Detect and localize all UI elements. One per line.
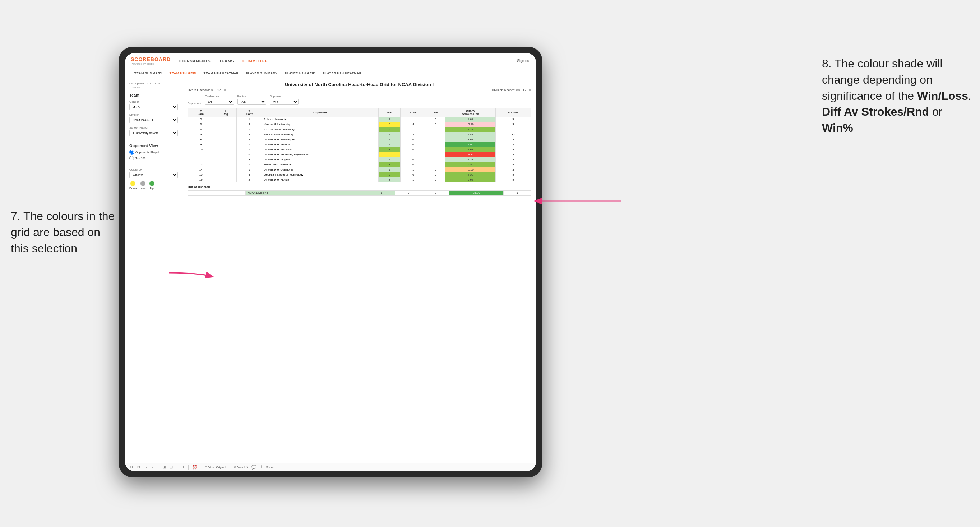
out-div-loss: 0 xyxy=(395,190,422,196)
cell-win: 2 xyxy=(378,117,400,122)
table-row: 4 - 1 Arizona State University 5 1 0 2.2… xyxy=(188,127,531,132)
logo-area: SCOREBOARD Powered by clippd xyxy=(131,56,171,65)
cell-loss: 0 xyxy=(401,142,426,147)
cell-reg: - xyxy=(214,157,237,162)
cell-loss: 2 xyxy=(401,132,426,137)
cell-win: 4 xyxy=(378,132,400,137)
last-updated: Last Updated: 27/03/2024 16:55:38 xyxy=(129,82,178,89)
cell-opponent: University of Arizona xyxy=(262,142,378,147)
cell-opponent: University of Oklahoma xyxy=(262,167,378,172)
clock-icon[interactable]: ⏰ xyxy=(192,465,197,470)
tab-team-h2h-grid[interactable]: TEAM H2H GRID xyxy=(166,69,200,78)
cell-tie: 0 xyxy=(426,167,445,172)
copy-icon[interactable]: ⊞ xyxy=(163,465,166,470)
cell-diff: -4.33 xyxy=(445,152,496,157)
cell-rounds: 3 xyxy=(495,152,531,157)
legend-down-label: Down xyxy=(129,187,137,190)
tab-team-h2h-heatmap[interactable]: TEAM H2H HEATMAP xyxy=(200,69,242,78)
last-updated-label: Last Updated: 27/03/2024 xyxy=(129,82,160,85)
col-rank: #Rank xyxy=(188,108,214,117)
cell-diff: 3.67 xyxy=(445,137,496,142)
division-select[interactable]: NCAA Division I xyxy=(129,117,178,123)
add-icon[interactable]: + xyxy=(182,465,184,469)
legend-up-dot xyxy=(150,181,154,186)
opponent-view-title: Opponent View xyxy=(129,144,178,148)
radio-top-100[interactable]: Top 100 xyxy=(129,156,178,160)
tab-player-h2h-heatmap[interactable]: PLAYER H2H HEATMAP xyxy=(319,69,365,78)
share-btn[interactable]: Share xyxy=(266,466,274,469)
nav-committee[interactable]: COMMITTEE xyxy=(242,59,268,63)
cell-diff: -2.29 xyxy=(445,122,496,127)
opponent-select[interactable]: (All) xyxy=(270,99,299,105)
cell-reg: - xyxy=(214,127,237,132)
toolbar-sep-2 xyxy=(188,465,189,470)
cell-opponent: University of Alabama xyxy=(262,147,378,152)
cell-opponent: Georgia Institute of Technology xyxy=(262,172,378,177)
out-div-tie: 0 xyxy=(422,190,449,196)
cell-rounds: 8 xyxy=(495,122,531,127)
cell-reg: - xyxy=(214,132,237,137)
opponents-label: Opponents: xyxy=(188,102,202,105)
gender-select[interactable]: Men's xyxy=(129,104,178,110)
cell-diff: 9.00 xyxy=(445,142,496,147)
cell-rank: 2 xyxy=(188,117,214,122)
col-win: Win xyxy=(378,108,400,117)
cell-tie: 0 xyxy=(426,162,445,167)
cell-opponent: University of Washington xyxy=(262,137,378,142)
overall-record: Overall Record: 89 - 17 - 0 xyxy=(188,88,226,92)
col-opponent: Opponent xyxy=(262,108,378,117)
cell-rounds xyxy=(495,127,531,132)
watch-label: Watch xyxy=(237,466,245,469)
sign-out[interactable]: Sign out xyxy=(513,59,530,63)
tab-team-summary[interactable]: TEAM SUMMARY xyxy=(131,69,166,78)
annotation-right: 8. The colour shade will change dependin… xyxy=(822,56,973,136)
grid-records: Overall Record: 89 - 17 - 0 Division Rec… xyxy=(188,88,531,92)
undo-icon[interactable]: ↺ xyxy=(130,465,133,470)
radio-opponents-played[interactable]: Opponents Played xyxy=(129,150,178,155)
cell-reg: - xyxy=(214,137,237,142)
cell-rounds: 3 xyxy=(495,137,531,142)
legend-level-dot xyxy=(140,181,145,186)
comment-icon[interactable]: 💬 xyxy=(251,465,256,470)
cell-loss: 4 xyxy=(401,122,426,127)
cell-opponent: University of Arkansas, Fayetteville xyxy=(262,152,378,157)
tab-player-h2h-grid[interactable]: PLAYER H2H GRID xyxy=(281,69,319,78)
redo-icon[interactable]: ↻ xyxy=(137,465,140,470)
cell-rounds: 3 xyxy=(495,157,531,162)
back-icon[interactable]: ← xyxy=(151,465,155,469)
legend-level-label: Level xyxy=(139,187,146,190)
cell-tie: 0 xyxy=(426,132,445,137)
cell-reg: - xyxy=(214,172,237,177)
tab-player-summary[interactable]: PLAYER SUMMARY xyxy=(242,69,281,78)
colour-by-select[interactable]: Win/loss xyxy=(129,172,178,178)
col-loss: Loss xyxy=(401,108,426,117)
minus-icon[interactable]: − xyxy=(177,465,178,469)
cell-diff: 4.50 xyxy=(445,172,496,177)
conference-select[interactable]: (All) xyxy=(205,99,234,105)
cell-loss: 1 xyxy=(401,167,426,172)
view-original-btn[interactable]: ⊡ View: Original xyxy=(205,466,226,469)
paste-icon[interactable]: ⊟ xyxy=(170,465,173,470)
share-icon[interactable]: ⤴ xyxy=(260,465,262,469)
out-div-rank xyxy=(188,190,207,196)
cell-tie: 0 xyxy=(426,142,445,147)
cell-rank: 15 xyxy=(188,172,214,177)
school-select[interactable]: 1. University of Nort... xyxy=(129,130,178,136)
cell-rank: 3 xyxy=(188,122,214,127)
nav-tournaments[interactable]: TOURNAMENTS xyxy=(178,59,210,63)
table-row: 2 - 1 Auburn University 2 1 0 1.67 9 xyxy=(188,117,531,122)
forward-icon[interactable]: → xyxy=(144,465,148,469)
cell-rank: 14 xyxy=(188,167,214,172)
cell-conf: 1 xyxy=(237,162,262,167)
out-div-conf xyxy=(226,190,246,196)
legend-up-label: Up xyxy=(150,187,153,190)
watch-btn[interactable]: 👁 Watch ▾ xyxy=(234,466,248,469)
conference-label: Conference xyxy=(205,95,234,98)
cell-rank: 9 xyxy=(188,142,214,147)
cell-diff: 5.56 xyxy=(445,162,496,167)
region-select[interactable]: (All) xyxy=(237,99,266,105)
cell-loss: 1 xyxy=(401,177,426,183)
nav-teams[interactable]: TEAMS xyxy=(219,59,234,63)
cell-tie: 0 xyxy=(426,122,445,127)
out-div-win: 1 xyxy=(368,190,395,196)
